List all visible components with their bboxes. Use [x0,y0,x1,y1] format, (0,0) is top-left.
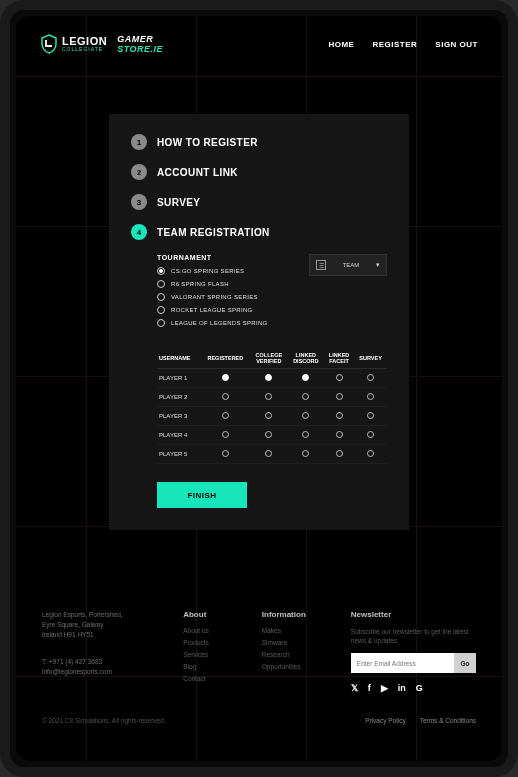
table-header: SURVEY [354,348,387,369]
step-label: ACCOUNT LINK [157,167,238,178]
footer-link[interactable]: Products [183,639,246,646]
status-cell [250,407,288,426]
logo-gamerstore[interactable]: GAMER STORE.IE [117,34,163,54]
tournament-option[interactable]: CS:GO SPRING SERIES [157,267,299,275]
status-dot-icon [222,431,229,438]
player-name-cell: PLAYER 3 [157,407,201,426]
table-row: PLAYER 1 [157,369,387,388]
player-name-cell: PLAYER 1 [157,369,201,388]
bottom-bar: © 2021 C8 Simulations. All rights reserv… [16,703,502,744]
shield-icon [40,34,58,54]
tournament-option[interactable]: LEAGUE OF LEGENDS SPRING [157,319,299,327]
status-dot-icon [265,450,272,457]
status-cell [288,426,324,445]
status-cell [201,407,250,426]
status-dot-icon [336,431,343,438]
status-cell [201,388,250,407]
status-dot-icon [222,393,229,400]
footer-link[interactable]: Research [262,651,335,658]
step-row[interactable]: 2ACCOUNT LINK [131,164,387,180]
screen: LEGION COLLEGIATE GAMER STORE.IE HOME RE… [16,16,502,761]
google-icon[interactable]: G [416,683,423,693]
nav-home[interactable]: HOME [328,40,354,49]
status-cell [201,445,250,464]
status-cell [324,407,354,426]
player-name-cell: PLAYER 5 [157,445,201,464]
newsletter-email-input[interactable] [351,653,454,673]
logo-legion[interactable]: LEGION COLLEGIATE [40,34,107,54]
status-cell [288,445,324,464]
footer-link[interactable]: Blog [183,663,246,670]
main-nav: HOME REGISTER SIGN OUT [328,40,478,49]
nav-signout[interactable]: SIGN OUT [435,40,478,49]
footer-link[interactable]: Opportunities [262,663,335,670]
status-dot-icon [265,374,272,381]
step-row[interactable]: 1HOW TO REGISTER [131,134,387,150]
footer-link[interactable]: About us [183,627,246,634]
footer-email[interactable]: info@legionesports.com [42,667,167,677]
linkedin-icon[interactable]: in [398,683,406,693]
players-table: USERNAMEREGISTEREDCOLLEGEVERIFIEDLINKEDD… [157,348,387,464]
status-cell [250,445,288,464]
status-cell [354,407,387,426]
status-cell [354,369,387,388]
footer-link[interactable]: Services [183,651,246,658]
info-title: Information [262,610,335,619]
footer-link[interactable]: Contact [183,675,246,682]
radio-icon [157,319,165,327]
tournament-label-text: ROCKET LEAGUE SPRING [171,307,253,313]
step-number-badge: 3 [131,194,147,210]
radio-icon [157,306,165,314]
tournament-option[interactable]: R6 SPRING FLASH [157,280,299,288]
tournament-option[interactable]: ROCKET LEAGUE SPRING [157,306,299,314]
footer-about-col: About About usProductsServicesBlogContac… [183,610,246,693]
status-cell [201,426,250,445]
newsletter-desc: Subscribe our newsletter to get the late… [351,627,476,645]
footer-address-col: Legion Esports, Portershed,Eyre Square, … [42,610,167,693]
footer-info-col: Information MakesSimwareResearchOpportun… [262,610,335,693]
nav-register[interactable]: REGISTER [372,40,417,49]
status-dot-icon [367,412,374,419]
status-dot-icon [336,450,343,457]
player-name-cell: PLAYER 4 [157,426,201,445]
team-form: TOURNAMENT CS:GO SPRING SERIESR6 SPRING … [157,254,387,508]
privacy-link[interactable]: Privacy Policy [365,717,405,724]
step-number-badge: 2 [131,164,147,180]
legion-brand-sub: COLLEGIATE [62,47,107,52]
step-row[interactable]: 3SURVEY [131,194,387,210]
table-row: PLAYER 2 [157,388,387,407]
status-dot-icon [367,450,374,457]
copyright-text: © 2021 C8 Simulations. All rights reserv… [42,717,166,724]
step-label: HOW TO REGISTER [157,137,258,148]
facebook-icon[interactable]: f [368,683,371,693]
footer-link[interactable]: Makes [262,627,335,634]
status-dot-icon [336,412,343,419]
team-select[interactable]: ☰ TEAM ▾ [309,254,387,276]
step-row[interactable]: 4TEAM REGISTRATION [131,224,387,240]
twitter-icon[interactable]: 𝕏 [351,683,358,693]
status-dot-icon [367,431,374,438]
radio-icon [157,280,165,288]
tournament-option[interactable]: VALORANT SPRING SERIES [157,293,299,301]
status-cell [288,369,324,388]
youtube-icon[interactable]: ▶ [381,683,388,693]
finish-button[interactable]: FINISH [157,482,247,508]
table-header: USERNAME [157,348,201,369]
status-cell [354,388,387,407]
tournament-label-text: LEAGUE OF LEGENDS SPRING [171,320,268,326]
about-title: About [183,610,246,619]
footer-link[interactable]: Simware [262,639,335,646]
status-dot-icon [302,374,309,381]
tournament-label-text: CS:GO SPRING SERIES [171,268,244,274]
status-dot-icon [367,393,374,400]
status-dot-icon [265,393,272,400]
status-cell [250,426,288,445]
status-dot-icon [222,412,229,419]
device-frame: LEGION COLLEGIATE GAMER STORE.IE HOME RE… [0,0,518,777]
terms-link[interactable]: Terms & Conditions [420,717,476,724]
status-cell [354,426,387,445]
status-cell [250,369,288,388]
newsletter-go-button[interactable]: Go [454,653,476,673]
header: LEGION COLLEGIATE GAMER STORE.IE HOME RE… [16,16,502,64]
status-dot-icon [302,431,309,438]
